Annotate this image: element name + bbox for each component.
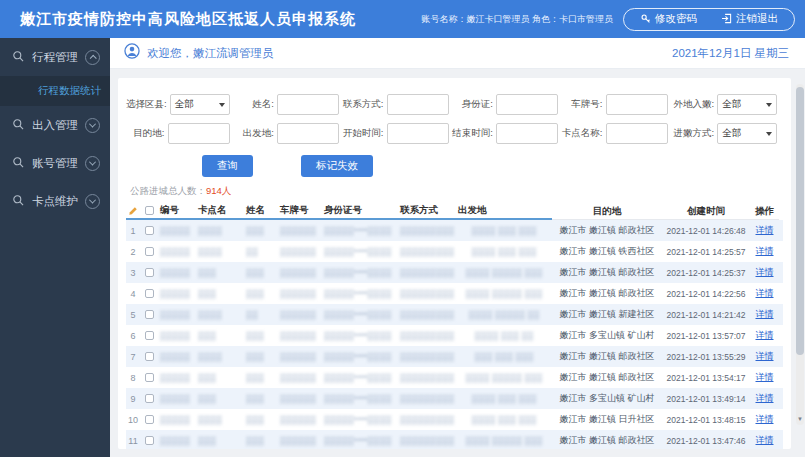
- cell-id: ▒▒▒▒▒: [158, 247, 196, 257]
- filter-select[interactable]: 全部: [717, 94, 777, 115]
- row-checkbox[interactable]: [140, 331, 158, 340]
- row-checkbox[interactable]: [140, 268, 158, 277]
- sidebar-item-kadian[interactable]: 卡点维护: [0, 182, 110, 220]
- checkbox-icon[interactable]: [145, 247, 154, 256]
- row-checkbox[interactable]: [140, 310, 158, 319]
- logout-icon: [721, 13, 732, 26]
- detail-link[interactable]: 详情: [750, 224, 779, 237]
- detail-link[interactable]: 详情: [750, 371, 779, 384]
- scrollbar-thumb[interactable]: [796, 87, 804, 355]
- change-password-button[interactable]: 修改密码: [628, 12, 709, 26]
- checkbox-icon[interactable]: [145, 373, 154, 382]
- cell-destination: 嫩江市 嫩江镇 邮政社区: [552, 224, 662, 237]
- vertical-scrollbar[interactable]: ▼: [796, 84, 804, 425]
- scrollbar-down-arrow[interactable]: ▼: [796, 415, 804, 423]
- checkbox-icon[interactable]: [145, 310, 154, 319]
- checkbox-icon[interactable]: [145, 206, 154, 215]
- checkbox-icon[interactable]: [145, 226, 154, 235]
- cell-phone: ▒▒▒▒▒▒▒▒▒: [398, 247, 456, 257]
- logout-button[interactable]: 注销退出: [709, 12, 790, 26]
- select-all-checkbox[interactable]: [140, 203, 158, 220]
- filter-input[interactable]: [277, 123, 339, 144]
- column-header-10: 操作: [750, 203, 779, 220]
- filter-group: 卡点名称:: [564, 123, 674, 144]
- cell-plate: ▒▒▒▒▒▒: [278, 310, 322, 320]
- cell-created-time: 2021-12-01 14:22:56: [662, 289, 750, 299]
- total-count-summary: 公路进城总人数：914人: [126, 180, 783, 201]
- filter-input[interactable]: [387, 123, 449, 144]
- magnifier-icon: [12, 194, 25, 209]
- cell-destination: 嫩江市 嫩江镇 日升社区: [552, 413, 662, 426]
- filter-select[interactable]: 全部: [170, 94, 230, 115]
- chevron-down-icon[interactable]: [85, 118, 100, 133]
- detail-link[interactable]: 详情: [750, 392, 779, 405]
- filter-group: 联系方式:: [345, 94, 455, 115]
- detail-link[interactable]: 详情: [750, 266, 779, 279]
- sidebar-item-churu[interactable]: 出入管理统计: [0, 106, 110, 144]
- cell-idcard: ▒▒▒▒▒****▒▒▒▒: [322, 268, 398, 278]
- cell-name: ▒▒▒: [244, 226, 278, 236]
- row-checkbox[interactable]: [140, 352, 158, 361]
- row-checkbox[interactable]: [140, 436, 158, 445]
- detail-link[interactable]: 详情: [750, 245, 779, 258]
- cell-plate: ▒▒▒▒▒▒: [278, 331, 322, 341]
- filter-input[interactable]: [168, 123, 230, 144]
- cell-created-time: 2021-12-01 13:48:15: [662, 415, 750, 425]
- total-count-label: 公路进城总人数：: [130, 185, 206, 196]
- cell-idcard: ▒▒▒▒▒****▒▒▒▒: [322, 226, 398, 236]
- row-checkbox[interactable]: [140, 247, 158, 256]
- row-checkbox[interactable]: [140, 415, 158, 424]
- row-checkbox[interactable]: [140, 226, 158, 235]
- cell-name: ▒▒▒: [244, 415, 278, 425]
- filter-select-value: 全部: [722, 127, 766, 140]
- checkbox-icon[interactable]: [145, 394, 154, 403]
- checkbox-icon[interactable]: [145, 331, 154, 340]
- filter-group: 目的地:: [126, 123, 236, 144]
- row-checkbox[interactable]: [140, 373, 158, 382]
- sidebar-item-label: 行程管理: [32, 50, 78, 65]
- filter-input[interactable]: [496, 94, 558, 115]
- filter-input[interactable]: [496, 123, 558, 144]
- filter-group: 开始时间:: [345, 123, 455, 144]
- cell-created-time: 2021-12-01 14:26:48: [662, 226, 750, 236]
- detail-link[interactable]: 详情: [750, 308, 779, 321]
- detail-link[interactable]: 详情: [750, 287, 779, 300]
- checkbox-icon[interactable]: [145, 352, 154, 361]
- cell-id: ▒▒▒▒▒: [158, 226, 196, 236]
- filter-input[interactable]: [277, 94, 339, 115]
- checkbox-icon[interactable]: [145, 268, 154, 277]
- records-table: 编号卡点名姓名车牌号身份证号联系方式出发地目的地创建时间操作1▒▒▒▒▒▒▒▒▒…: [126, 203, 783, 449]
- detail-link[interactable]: 详情: [750, 350, 779, 363]
- mark-invalid-button[interactable]: 标记失效: [301, 155, 373, 177]
- filter-input[interactable]: [606, 123, 668, 144]
- checkbox-icon[interactable]: [145, 289, 154, 298]
- filter-input[interactable]: [387, 94, 449, 115]
- cell-created-time: 2021-12-01 14:21:42: [662, 310, 750, 320]
- filter-select[interactable]: 全部: [717, 123, 777, 144]
- chevron-up-icon[interactable]: [85, 50, 100, 65]
- user-avatar-icon: [124, 43, 140, 63]
- button-row: 查询 标记失效: [126, 144, 783, 180]
- sidebar-item-xingcheng[interactable]: 行程管理: [0, 38, 110, 76]
- cell-origin: ▒▒▒▒ ▒▒▒▒▒ ▒▒▒: [456, 373, 552, 383]
- checkbox-icon[interactable]: [145, 436, 154, 445]
- detail-link[interactable]: 详情: [750, 413, 779, 426]
- sidebar-subitem-xingcheng-tongji[interactable]: 行程数据统计: [0, 76, 110, 106]
- sidebar-item-zhanghao[interactable]: 账号管理: [0, 144, 110, 182]
- cell-origin: ▒▒▒▒ ▒▒▒ ▒▒▒: [456, 394, 552, 404]
- detail-link[interactable]: 详情: [750, 329, 779, 342]
- chevron-down-icon[interactable]: [85, 156, 100, 171]
- cell-name: ▒▒▒: [244, 373, 278, 383]
- header-right: 账号名称：嫩江卡口管理员 角色：卡口市管理员 修改密码 注销退出: [421, 8, 795, 31]
- checkbox-icon[interactable]: [145, 415, 154, 424]
- query-button[interactable]: 查询: [202, 155, 253, 177]
- chevron-down-icon[interactable]: [85, 194, 100, 209]
- cell-id: ▒▒▒▒▒: [158, 394, 196, 404]
- cell-origin: ▒▒▒▒ ▒▒▒▒▒ ▒▒▒: [456, 268, 552, 278]
- column-header-9: 创建时间: [662, 203, 750, 220]
- filter-input[interactable]: [606, 94, 668, 115]
- cell-plate: ▒▒▒▒▒▒: [278, 247, 322, 257]
- row-checkbox[interactable]: [140, 394, 158, 403]
- row-checkbox[interactable]: [140, 289, 158, 298]
- detail-link[interactable]: 详情: [750, 434, 779, 447]
